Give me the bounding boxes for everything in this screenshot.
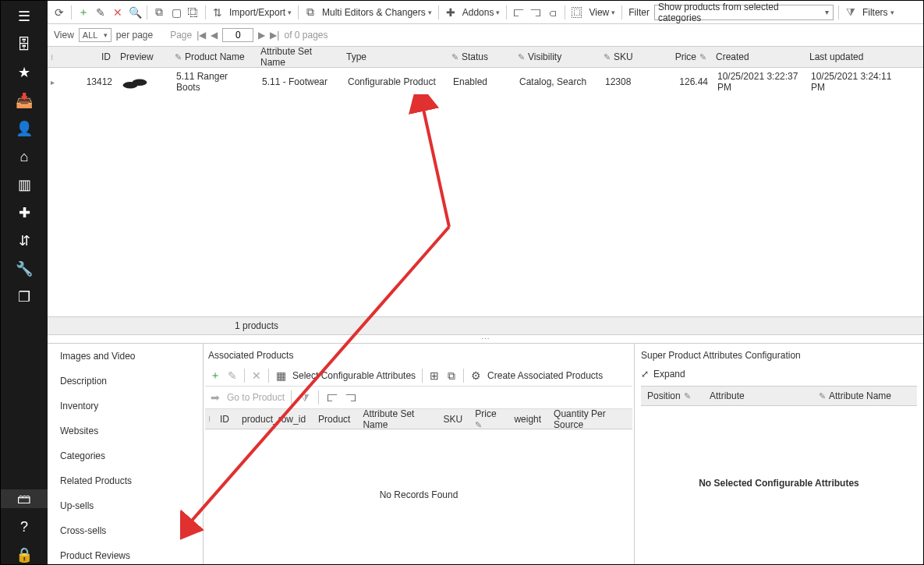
resize-left-icon[interactable]: ⫍	[325, 390, 339, 405]
assoc-col-price[interactable]: Price ✎	[469, 408, 508, 430]
view-menu[interactable]: View ▾	[587, 7, 617, 18]
product-preview-image	[122, 73, 148, 90]
tab-product-reviews[interactable]: Product Reviews	[48, 543, 203, 565]
table-row[interactable]: ▸ 13412 5.11 Ranger Boots 5.11 - Footwea…	[48, 68, 923, 96]
generate-icon[interactable]: ⚙	[469, 368, 483, 383]
cell-id: 13412	[87, 76, 112, 87]
home-icon[interactable]: ⌂	[15, 147, 34, 166]
cell-updated: 10/25/2021 3:24:11 PM	[811, 71, 901, 93]
menu-icon[interactable]: ☰	[15, 7, 34, 26]
user-icon[interactable]: 👤	[15, 119, 34, 138]
multi-editors-menu[interactable]: Multi Editors & Changers ▾	[320, 7, 434, 18]
main-panel: ⟳ ＋ ✎ ✕ 🔍 ⧉ ▢ ⿻ ⇅ Import/Export ▾ ⧉ Mult…	[48, 1, 923, 564]
edit-icon[interactable]: ✎	[94, 5, 108, 20]
grid-options-icon[interactable]: ▦	[274, 368, 288, 383]
col-type[interactable]: Type	[346, 51, 366, 62]
assoc-col-sku[interactable]: SKU	[437, 414, 469, 425]
super-attributes-panel: Super Product Attributes Configuration ⤢…	[635, 344, 923, 564]
assoc-col-weight[interactable]: weight	[508, 414, 547, 425]
transfer-icon[interactable]: ⇅	[211, 5, 225, 20]
tab-categories[interactable]: Categories	[48, 443, 203, 468]
archive-icon[interactable]: 🗄	[15, 35, 34, 54]
page-prev-icon[interactable]: ◀	[211, 30, 218, 41]
sort-icon[interactable]: ⇵	[15, 231, 34, 250]
import-export-menu[interactable]: Import/Export ▾	[228, 7, 293, 18]
select-config-attrs-button[interactable]: Select Configurable Attributes	[291, 370, 417, 381]
assoc-col-qty[interactable]: Quantity Per Source	[547, 408, 632, 430]
cell-created: 10/25/2021 3:22:37 PM	[717, 71, 802, 93]
refresh-icon[interactable]: ⟳	[52, 5, 66, 20]
paste-tb-icon[interactable]: ▢	[169, 5, 183, 20]
expand-button[interactable]: ⤢ Expand	[641, 365, 917, 386]
cell-status: Enabled	[453, 76, 487, 87]
tab-inventory[interactable]: Inventory	[48, 394, 203, 418]
select-config-attrs-label: Select Configurable Attributes	[292, 370, 416, 381]
col-id[interactable]: ID	[101, 51, 111, 62]
toolbar: ⟳ ＋ ✎ ✕ 🔍 ⧉ ▢ ⿻ ⇅ Import/Export ▾ ⧉ Mult…	[48, 1, 923, 24]
super-title: Super Product Attributes Configuration	[641, 348, 917, 365]
page-last-icon[interactable]: ▶|	[270, 30, 279, 41]
filters-label: Filters	[862, 7, 888, 18]
super-col-attr-name[interactable]: Attribute Name	[829, 390, 891, 401]
assoc-col-product[interactable]: Product	[312, 414, 356, 425]
assoc-add-icon[interactable]: ＋	[208, 368, 222, 383]
of-pages-label: of 0 pages	[284, 30, 327, 41]
align-center-icon[interactable]: ⫏	[546, 5, 560, 20]
splitter-handle[interactable]: ⋯	[48, 335, 923, 343]
create-assoc-products-button[interactable]: Create Associated Products	[486, 370, 604, 381]
chart-icon[interactable]: ▥	[15, 175, 34, 194]
add-variant-icon[interactable]: ⊞	[427, 368, 441, 383]
page-next-icon[interactable]: ▶	[258, 30, 265, 41]
tab-cross-sells[interactable]: Cross-sells	[48, 518, 203, 543]
star-icon[interactable]: ★	[15, 63, 34, 82]
tab-related-products[interactable]: Related Products	[48, 468, 203, 493]
col-status[interactable]: Status	[462, 51, 488, 62]
super-col-position[interactable]: Position	[647, 390, 681, 401]
clone-tb-icon[interactable]: ⿻	[186, 5, 200, 20]
cell-type: Configurable Product	[348, 76, 436, 87]
page-input[interactable]	[222, 28, 253, 42]
copy-tb-icon[interactable]: ⧉	[152, 5, 166, 20]
copy-icon[interactable]: ❐	[15, 288, 34, 306]
assoc-col-rowid[interactable]: product_row_id	[235, 414, 312, 425]
view-value: ALL	[83, 30, 98, 40]
tab-websites[interactable]: Websites	[48, 418, 203, 443]
inbox-icon[interactable]: 📥	[15, 91, 34, 110]
puzzle-icon[interactable]: ✚	[15, 203, 34, 222]
add-icon[interactable]: ＋	[76, 5, 90, 20]
col-sku[interactable]: SKU	[614, 51, 633, 62]
col-updated[interactable]: Last updated	[809, 51, 863, 62]
lock-icon[interactable]: 🔒	[15, 546, 34, 564]
paging-bar: View ALL per page Page |◀ ◀ ▶ ▶| of 0 pa…	[48, 24, 923, 46]
add-multi-variant-icon[interactable]: ⧉	[444, 368, 458, 383]
filters-menu[interactable]: Filters ▾	[861, 7, 896, 18]
col-created[interactable]: Created	[716, 51, 749, 62]
assoc-col-attr-set[interactable]: Attribute Set Name	[356, 408, 437, 430]
addons-icon: ✚	[444, 5, 458, 20]
align-left-icon[interactable]: ⫍	[512, 5, 526, 20]
addons-menu[interactable]: Addons ▾	[461, 7, 502, 18]
help-icon[interactable]: ?	[15, 517, 34, 536]
page-first-icon[interactable]: |◀	[196, 30, 206, 41]
col-visibility[interactable]: Visibility	[528, 51, 561, 62]
filter-select[interactable]: Show products from selected categories	[654, 5, 834, 20]
search-icon[interactable]: 🔍	[128, 5, 142, 20]
view-label: View	[54, 30, 74, 41]
tab-up-sells[interactable]: Up-sells	[48, 493, 203, 518]
col-attribute-set[interactable]: Attribute Set Name	[260, 46, 337, 68]
tab-images-video[interactable]: Images and Video	[48, 344, 203, 369]
align-right-icon[interactable]: ⫎	[529, 5, 543, 20]
col-product-name[interactable]: Product Name	[185, 51, 245, 62]
expand-row-icon[interactable]: ▸	[48, 78, 58, 87]
assoc-col-id[interactable]: ID	[214, 414, 235, 425]
super-col-attribute[interactable]: Attribute	[710, 390, 745, 401]
tab-description[interactable]: Description	[48, 369, 203, 394]
box-icon[interactable]: 🗃	[1, 489, 48, 508]
resize-right-icon[interactable]: ⫎	[344, 390, 358, 405]
wrench-icon[interactable]: 🔧	[15, 260, 34, 278]
col-preview[interactable]: Preview	[120, 51, 154, 62]
delete-icon[interactable]: ✕	[111, 5, 125, 20]
assoc-title: Associated Products	[205, 348, 632, 365]
col-price[interactable]: Price	[675, 51, 696, 62]
view-all-select[interactable]: ALL	[79, 28, 112, 42]
